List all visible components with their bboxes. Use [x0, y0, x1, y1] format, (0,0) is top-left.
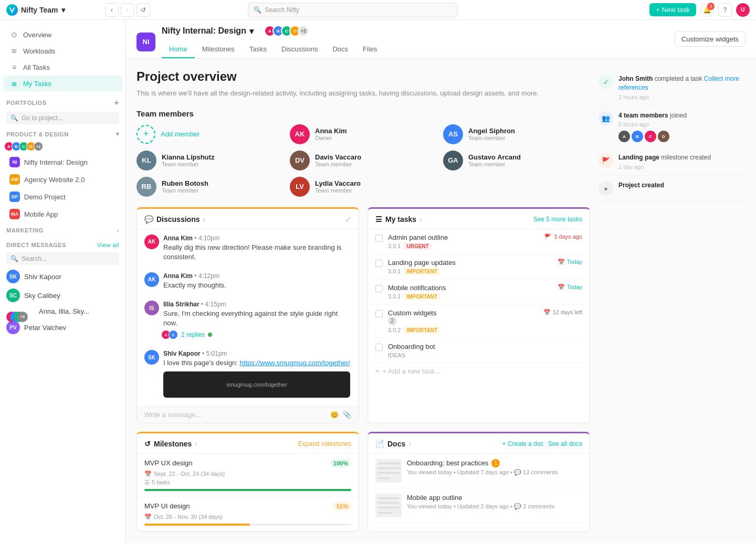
portfolio-search[interactable]: 🔍 Go to project...	[6, 112, 119, 124]
tab-milestones[interactable]: Milestones	[195, 41, 242, 58]
tasks-chevron: ›	[419, 215, 422, 223]
tab-discussions[interactable]: Discussions	[274, 41, 325, 58]
sidebar-project-ma[interactable]: MA Mobile App	[3, 206, 122, 222]
customize-widgets-button[interactable]: Customize widgets	[675, 31, 746, 47]
dm-view-all[interactable]: View all	[97, 242, 119, 248]
task-date-1: 🚩 3 days ago	[544, 233, 582, 240]
task-checkbox-2[interactable]	[375, 260, 383, 267]
search-icon: 🔍	[254, 6, 261, 14]
milestone-mvp-ui-name: MVP UI design	[144, 502, 190, 510]
tab-docs[interactable]: Docs	[325, 41, 355, 58]
team-section: Team members + Add member AK Anna Kim Ow…	[136, 109, 590, 197]
task-checkbox-4[interactable]	[375, 310, 383, 317]
msg-replies-3[interactable]: A B 2 replies	[163, 330, 351, 339]
activity-avatars-2: A B C D	[618, 131, 687, 142]
app-logo[interactable]: Nifty Team ▾	[6, 4, 101, 16]
sidebar-project-dp[interactable]: DP Demo Project	[3, 188, 122, 205]
member-avatar-angel: AS	[443, 124, 463, 144]
notifications-button[interactable]: 🔔 3	[700, 3, 714, 17]
dm-avatar-sky: SC	[6, 289, 20, 302]
doc-name-2[interactable]: Mobile app outline	[407, 494, 554, 502]
topbar: Nifty Team ▾ ‹ › ↺ 🔍 Search Nifty + New …	[0, 0, 756, 20]
doc-line	[377, 502, 400, 504]
add-portfolio-button[interactable]: +	[114, 98, 119, 108]
milestone-mvp-ux-pct: 100%	[330, 459, 351, 467]
sidebar-item-my-tasks[interactable]: ≣ My Tasks	[3, 76, 122, 91]
tab-files[interactable]: Files	[355, 41, 384, 58]
dm-contact-group[interactable]: A I S +2 Anna, Illia, Sky...	[0, 305, 125, 318]
portfolio-search-text: Go to project...	[22, 114, 63, 122]
marketing-chevron[interactable]: ›	[117, 227, 119, 233]
user-avatar[interactable]: U	[736, 3, 750, 17]
attachment-button[interactable]: 📎	[343, 411, 351, 419]
docs-label: Docs	[387, 440, 405, 448]
sidebar-overview-label: Overview	[23, 31, 116, 39]
back-button[interactable]: ‹	[105, 3, 119, 17]
milestone-mvp-ui: MVP UI design 51% 📅 Oct. 26 - Nov. 30 (3…	[137, 497, 359, 531]
doc-name-text-1: Onboarding: best practices	[407, 459, 488, 467]
task-item-1: Admin panel outline 3.0.1 URGENT 🚩 3 day…	[368, 229, 590, 254]
sidebar-project-aw[interactable]: AW Agency Website 2.0	[3, 171, 122, 188]
message-input-area[interactable]: Write a message... 😊 📎	[137, 406, 359, 423]
tasks-title: ☰ My tasks ›	[375, 215, 422, 223]
product-design-chevron[interactable]: ▾	[116, 131, 120, 137]
add-member-item[interactable]: + Add member	[136, 124, 284, 144]
discussions-widget-header: 💬 Discussions › ⤢	[137, 209, 359, 229]
milestones-widget: ↺ Milestones › Expand milestones MVP UX …	[136, 432, 359, 532]
help-button[interactable]: ?	[718, 3, 732, 17]
member-role-kianna: Team member	[162, 161, 214, 167]
sidebar-item-overview[interactable]: ⊙ Overview	[3, 27, 122, 42]
project-dp-icon: DP	[9, 191, 20, 202]
replies-count: 2 replies	[181, 331, 205, 338]
emoji-button[interactable]: 😊	[330, 411, 339, 419]
app-name-chevron[interactable]: ▾	[61, 6, 65, 14]
all-tasks-icon: ≡	[9, 62, 19, 72]
project-ni-label: Nifty Internal: Design	[24, 158, 116, 166]
task-checkbox-3[interactable]	[375, 285, 383, 292]
new-task-button[interactable]: + New task	[649, 3, 696, 16]
global-search[interactable]: 🔍 Search Nifty	[248, 3, 458, 17]
discussions-icon: 💬	[144, 215, 153, 223]
main-widgets-row: 💬 Discussions › ⤢ AK Anna Kim • 4:10pm	[136, 207, 590, 423]
doc-line	[377, 497, 400, 499]
activity-icon-2: 👥	[598, 111, 613, 126]
history-button[interactable]: ↺	[136, 3, 150, 17]
sidebar-project-ni[interactable]: NI Nifty Internal: Design	[3, 154, 122, 171]
dm-contact-shiv[interactable]: SK Shiv Kapoor	[0, 267, 125, 286]
marketing-header: MARKETING ›	[0, 223, 125, 236]
activity-item-1: ✓ John Smith completed a task Collect mo…	[598, 69, 746, 106]
msg-link[interactable]: https://www.smugmug.com/together/	[240, 359, 350, 367]
project-title: Nifty Internal: Design ▾ A B C D +2	[162, 25, 385, 37]
forward-button[interactable]: ›	[121, 3, 134, 17]
project-title-chevron[interactable]: ▾	[249, 26, 254, 36]
task-checkbox-1[interactable]	[375, 235, 383, 242]
doc-name-1[interactable]: Onboarding: best practices 1	[407, 459, 558, 467]
app-layout: ⊙ Overview ≋ Workloads ≡ All Tasks ≣ My …	[0, 20, 756, 543]
dm-contact-sky[interactable]: SC Sky Calibey	[0, 286, 125, 305]
docs-title: 📄 Docs ›	[375, 440, 411, 448]
task-checkbox-5[interactable]	[375, 344, 383, 351]
member-role-anna: Owner	[315, 135, 347, 141]
see-more-tasks-button[interactable]: See 5 more tasks	[533, 216, 582, 223]
dm-search[interactable]: 🔍 Search...	[6, 252, 119, 265]
discussions-pin-icon[interactable]: ⤢	[345, 215, 351, 223]
milestone-mvp-ux-tasks: ☰ 5 tasks	[144, 479, 351, 486]
create-doc-button[interactable]: + Create a doc	[502, 440, 544, 448]
milestone-mvp-ui-pct: 51%	[333, 502, 351, 510]
member-avatar-davis: DV	[290, 151, 310, 171]
sidebar-item-all-tasks[interactable]: ≡ All Tasks	[3, 59, 122, 75]
new-task-label: + New task	[656, 6, 690, 14]
msg-text-1: Really dig this new direction! Please ma…	[163, 243, 351, 262]
calendar-icon-ms2: 📅	[144, 514, 152, 520]
add-task-button[interactable]: + + Add a new task...	[368, 363, 590, 379]
task-name-5: Onboarding bot	[388, 343, 582, 350]
tab-tasks[interactable]: Tasks	[242, 41, 274, 58]
sidebar-item-workloads[interactable]: ≋ Workloads	[3, 43, 122, 59]
member-name-kianna: Kianna Lipshutz	[162, 153, 214, 161]
expand-milestones-button[interactable]: Expand milestones	[298, 440, 351, 448]
portfolios-header: PORTFOLIOS +	[0, 94, 125, 110]
activity-time-3: 1 day ago	[618, 164, 711, 170]
milestones-icon: ↺	[144, 440, 151, 448]
see-all-docs-button[interactable]: See all docs	[548, 440, 582, 448]
tab-home[interactable]: Home	[162, 41, 195, 58]
